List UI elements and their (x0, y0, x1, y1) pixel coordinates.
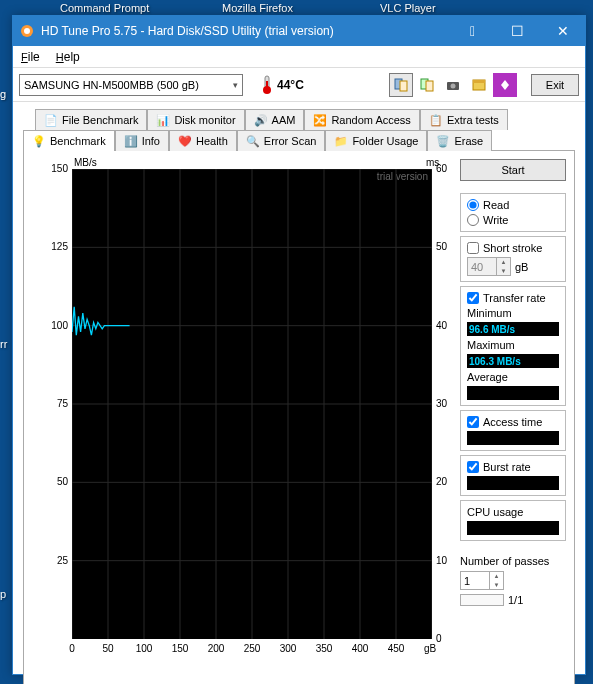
copy-text-icon[interactable] (415, 73, 439, 97)
y-tick: 100 (34, 320, 68, 331)
y-left-axis-label: MB/s (74, 157, 97, 168)
tab-container: 📄File Benchmark 📊Disk monitor 🔊AAM 🔀Rand… (13, 102, 585, 150)
minimum-value: 96.6 MB/s (467, 322, 559, 336)
access-time-check[interactable]: Access time (467, 416, 559, 428)
y2-tick: 60 (436, 163, 447, 174)
x-tick: 100 (132, 643, 156, 654)
exit-button[interactable]: Exit (531, 74, 579, 96)
drive-select[interactable]: SAMSUNG HN-M500MBB (500 gB) ▾ (19, 74, 243, 96)
benchmark-panel: MB/s ms trial version 255075100125150 01… (23, 150, 575, 684)
tab-file-benchmark[interactable]: 📄File Benchmark (35, 109, 147, 130)
average-value (467, 386, 559, 400)
desktop-shortcut: g (0, 88, 6, 100)
passes-progress (460, 594, 504, 606)
passes-counter: 1/1 (508, 594, 523, 606)
desktop-shortcut: VLC Player (380, 2, 436, 14)
tab-random-access[interactable]: 🔀Random Access (304, 109, 419, 130)
y-tick: 75 (34, 398, 68, 409)
speaker-icon: 🔊 (254, 113, 268, 127)
x-tick: 450 (384, 643, 408, 654)
close-button[interactable]: ✕ (540, 16, 585, 46)
average-label: Average (467, 371, 559, 383)
random-icon: 🔀 (313, 113, 327, 127)
tab-health[interactable]: ❤️Health (169, 130, 237, 151)
tab-extra-tests[interactable]: 📋Extra tests (420, 109, 508, 130)
write-radio[interactable]: Write (467, 214, 559, 226)
y-tick: 25 (34, 555, 68, 566)
tab-erase[interactable]: 🗑️Erase (427, 130, 492, 151)
cpu-usage-label: CPU usage (467, 506, 559, 518)
read-radio[interactable]: Read (467, 199, 559, 211)
copy-info-icon[interactable] (389, 73, 413, 97)
maximum-label: Maximum (467, 339, 559, 351)
maximum-value: 106.3 MB/s (467, 354, 559, 368)
info-icon: ℹ️ (124, 134, 138, 148)
tab-info[interactable]: ℹ️Info (115, 130, 169, 151)
tab-error-scan[interactable]: 🔍Error Scan (237, 130, 326, 151)
file-icon: 📄 (44, 113, 58, 127)
tab-benchmark[interactable]: 💡Benchmark (23, 130, 115, 151)
erase-icon: 🗑️ (436, 134, 450, 148)
temperature-display: 44°C (261, 75, 304, 95)
benchmark-icon: 💡 (32, 134, 46, 148)
titlebar[interactable]: HD Tune Pro 5.75 - Hard Disk/SSD Utility… (13, 16, 585, 46)
y2-tick: 20 (436, 476, 447, 487)
tab-aam[interactable]: 🔊AAM (245, 109, 305, 130)
window-title: HD Tune Pro 5.75 - Hard Disk/SSD Utility… (41, 24, 450, 38)
tab-disk-monitor[interactable]: 📊Disk monitor (147, 109, 244, 130)
svg-rect-8 (426, 81, 433, 91)
y-tick: 125 (34, 241, 68, 252)
extra-icon: 📋 (429, 113, 443, 127)
transfer-rate-check[interactable]: Transfer rate (467, 292, 559, 304)
passes-input[interactable]: 1▲▼ (460, 571, 504, 590)
x-tick: 50 (96, 643, 120, 654)
desktop-shortcut: Command Prompt (60, 2, 149, 14)
x-tick: 0 (60, 643, 84, 654)
x-tick: 250 (240, 643, 264, 654)
y-tick: 150 (34, 163, 68, 174)
x-tick: 150 (168, 643, 192, 654)
menu-help[interactable]: Help (56, 50, 80, 64)
y2-tick: 50 (436, 241, 447, 252)
chevron-down-icon: ▾ (233, 80, 238, 90)
menubar: File Help (13, 46, 585, 68)
y-tick: 50 (34, 476, 68, 487)
y2-tick: 0 (436, 633, 442, 644)
desktop-shortcut: Mozilla Firefox (222, 2, 293, 14)
minimize-button[interactable]: 􀅽 (450, 16, 495, 46)
search-icon: 🔍 (246, 134, 260, 148)
svg-rect-12 (473, 80, 485, 83)
side-panel: Start Read Write Short stroke 40▲▼ gB Tr… (460, 159, 566, 681)
short-stroke-input[interactable]: 40▲▼ (467, 257, 511, 276)
tab-folder-usage[interactable]: 📁Folder Usage (325, 130, 427, 151)
minimum-label: Minimum (467, 307, 559, 319)
cpu-usage-value (467, 521, 559, 535)
svg-rect-6 (400, 81, 407, 91)
menu-file[interactable]: File (21, 50, 40, 64)
gb-label: gB (515, 261, 528, 273)
temperature-value: 44°C (277, 78, 304, 92)
svg-point-1 (24, 28, 30, 34)
y2-tick: 10 (436, 555, 447, 566)
maximize-button[interactable]: ☐ (495, 16, 540, 46)
screenshot-icon[interactable] (441, 73, 465, 97)
monitor-icon: 📊 (156, 113, 170, 127)
x-axis-unit: gB (424, 643, 436, 654)
svg-rect-4 (266, 81, 268, 90)
toolbar: SAMSUNG HN-M500MBB (500 gB) ▾ 44°C Exit (13, 68, 585, 102)
short-stroke-check[interactable]: Short stroke (467, 242, 559, 254)
y2-tick: 40 (436, 320, 447, 331)
passes-label: Number of passes (460, 555, 566, 567)
chart-area: MB/s ms trial version 255075100125150 01… (32, 159, 452, 681)
options-icon[interactable] (493, 73, 517, 97)
burst-rate-value (467, 476, 559, 490)
chart-plot: trial version (72, 169, 432, 639)
start-button[interactable]: Start (460, 159, 566, 181)
drive-select-value: SAMSUNG HN-M500MBB (500 gB) (24, 79, 199, 91)
save-icon[interactable] (467, 73, 491, 97)
svg-point-10 (451, 83, 456, 88)
x-tick: 350 (312, 643, 336, 654)
burst-rate-check[interactable]: Burst rate (467, 461, 559, 473)
folder-icon: 📁 (334, 134, 348, 148)
desktop-shortcut: p (0, 588, 6, 600)
